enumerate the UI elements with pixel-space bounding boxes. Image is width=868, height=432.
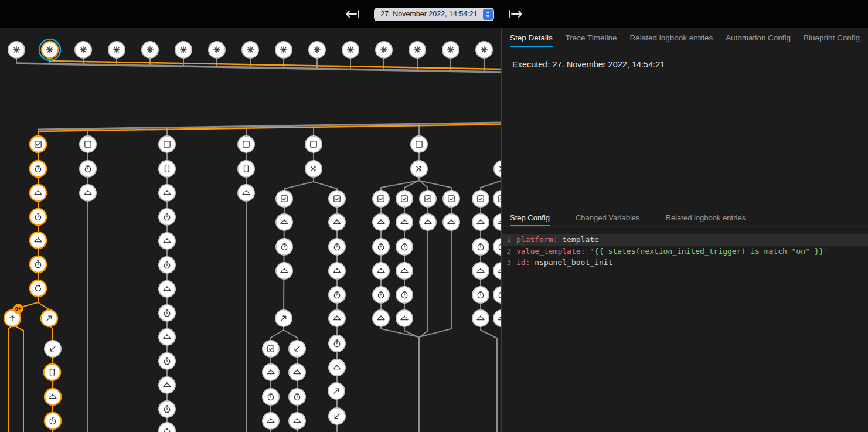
trace-node[interactable] bbox=[80, 136, 96, 152]
trace-node[interactable] bbox=[44, 364, 60, 380]
trace-node[interactable] bbox=[159, 305, 175, 321]
trace-node[interactable] bbox=[472, 191, 489, 207]
trace-node[interactable] bbox=[420, 191, 436, 207]
trace-node[interactable] bbox=[443, 214, 459, 230]
trace-node[interactable] bbox=[373, 263, 389, 279]
trace-node[interactable] bbox=[30, 280, 46, 297]
trace-node[interactable] bbox=[30, 232, 46, 249]
trace-node[interactable] bbox=[328, 383, 345, 399]
trace-node[interactable] bbox=[329, 408, 345, 424]
trace-node[interactable] bbox=[411, 161, 427, 177]
trigger-node[interactable] bbox=[275, 42, 292, 58]
subtab-related-logbook-entries[interactable]: Related logbook entries bbox=[666, 210, 746, 226]
trigger-node[interactable] bbox=[376, 42, 392, 58]
trace-node[interactable] bbox=[373, 239, 389, 255]
trace-node[interactable] bbox=[263, 364, 279, 380]
trace-node[interactable] bbox=[238, 185, 254, 201]
subtab-changed-variables[interactable]: Changed Variables bbox=[576, 210, 640, 226]
trace-node[interactable] bbox=[276, 214, 292, 230]
trigger-node[interactable] bbox=[342, 42, 359, 58]
trace-node[interactable] bbox=[420, 214, 436, 230]
trigger-node[interactable] bbox=[476, 42, 492, 58]
trace-node[interactable] bbox=[80, 185, 96, 201]
trace-node[interactable] bbox=[289, 413, 305, 429]
trace-node[interactable] bbox=[373, 287, 389, 303]
trace-node[interactable] bbox=[396, 287, 413, 303]
trace-node[interactable] bbox=[263, 413, 279, 429]
tab-automation-config[interactable]: Automation Config bbox=[726, 28, 791, 47]
trace-node[interactable] bbox=[30, 185, 46, 201]
trace-node[interactable] bbox=[275, 310, 292, 326]
trace-node[interactable] bbox=[45, 389, 61, 405]
trigger-node[interactable] bbox=[108, 42, 125, 58]
trace-node[interactable] bbox=[276, 191, 292, 207]
trace-node[interactable] bbox=[159, 161, 175, 177]
trigger-node[interactable] bbox=[242, 42, 258, 58]
trace-node[interactable] bbox=[329, 214, 345, 230]
trace-node[interactable] bbox=[159, 209, 175, 225]
trace-node[interactable] bbox=[373, 310, 389, 326]
trace-graph-pane[interactable]: 9+ bbox=[0, 28, 501, 432]
trigger-node[interactable] bbox=[39, 39, 60, 60]
trace-node[interactable] bbox=[159, 281, 175, 297]
trace-node[interactable] bbox=[238, 136, 254, 152]
trace-node[interactable] bbox=[159, 257, 175, 273]
trace-node[interactable] bbox=[159, 185, 175, 201]
trace-node[interactable] bbox=[30, 161, 46, 177]
trigger-node[interactable] bbox=[409, 42, 426, 58]
trace-node[interactable] bbox=[396, 214, 413, 230]
trace-node[interactable] bbox=[238, 161, 254, 177]
trace-node[interactable] bbox=[373, 214, 389, 230]
trace-node[interactable] bbox=[493, 214, 501, 230]
trace-node[interactable] bbox=[472, 214, 489, 230]
trace-node[interactable] bbox=[45, 413, 61, 429]
trace-node[interactable] bbox=[289, 364, 305, 380]
trace-node[interactable] bbox=[329, 239, 345, 255]
trace-node[interactable] bbox=[30, 136, 46, 152]
trace-node[interactable] bbox=[276, 263, 292, 279]
trace-node[interactable] bbox=[329, 287, 345, 303]
trace-node[interactable] bbox=[289, 341, 305, 357]
trigger-node[interactable] bbox=[8, 42, 25, 58]
trace-node[interactable] bbox=[493, 263, 501, 279]
tab-related-logbook-entries[interactable]: Related logbook entries bbox=[629, 28, 713, 47]
trace-node[interactable] bbox=[329, 263, 345, 279]
trace-node[interactable] bbox=[159, 353, 175, 369]
trace-node[interactable] bbox=[159, 329, 175, 345]
trace-node[interactable] bbox=[373, 191, 389, 207]
trigger-node[interactable] bbox=[209, 42, 225, 58]
trace-node[interactable] bbox=[396, 310, 413, 326]
trace-node[interactable] bbox=[159, 136, 175, 152]
trace-node[interactable] bbox=[329, 310, 345, 326]
trace-node[interactable] bbox=[329, 359, 345, 376]
trace-node[interactable] bbox=[159, 401, 175, 417]
trace-node[interactable] bbox=[411, 136, 427, 152]
trace-node[interactable] bbox=[472, 310, 489, 326]
run-select[interactable]: 27. November 2022, 14:54:21 bbox=[374, 8, 493, 21]
trace-node[interactable] bbox=[305, 161, 322, 177]
trace-node[interactable] bbox=[472, 287, 489, 303]
trace-node[interactable] bbox=[263, 341, 279, 357]
trigger-node[interactable] bbox=[142, 42, 158, 58]
trace-node[interactable] bbox=[80, 161, 96, 177]
trace-node[interactable] bbox=[493, 191, 501, 207]
trace-node[interactable] bbox=[493, 310, 501, 326]
trigger-node[interactable] bbox=[175, 42, 192, 58]
trace-node[interactable] bbox=[396, 239, 413, 255]
trace-node[interactable] bbox=[263, 389, 279, 405]
step-config-editor[interactable]: 1platform: template2value_template: '{{ … bbox=[502, 234, 868, 268]
trace-node[interactable] bbox=[305, 136, 322, 152]
trace-node[interactable] bbox=[396, 191, 413, 207]
trace-node[interactable] bbox=[493, 239, 501, 255]
trace-node[interactable] bbox=[493, 287, 501, 303]
trace-node[interactable] bbox=[494, 161, 501, 177]
trigger-node[interactable] bbox=[75, 42, 91, 58]
trace-node[interactable] bbox=[41, 310, 57, 326]
next-run-button[interactable] bbox=[506, 6, 526, 22]
trace-node[interactable] bbox=[329, 335, 345, 352]
trace-node[interactable] bbox=[396, 263, 413, 279]
trace-graph[interactable]: 9+ bbox=[0, 28, 501, 432]
tab-blueprint-config[interactable]: Blueprint Config bbox=[804, 28, 860, 47]
trace-node[interactable] bbox=[472, 239, 489, 255]
trace-node[interactable] bbox=[329, 191, 345, 207]
